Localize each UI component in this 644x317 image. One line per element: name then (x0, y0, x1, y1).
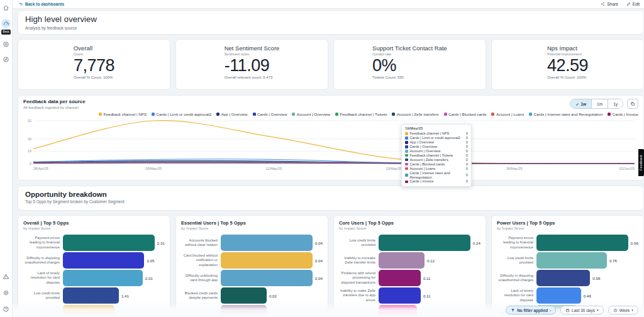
date-range-button[interactable]: Last 30 days ▾ (560, 306, 604, 314)
tooltip-row: Account | Overview0 (405, 149, 468, 153)
legend-item[interactable]: Cards | Interest rates and Renegotiation (529, 112, 602, 116)
back-to-dashboards-link[interactable]: Back to dashboards (19, 2, 64, 6)
top5-card-title: Core Users | Top 5 Opps (339, 220, 480, 226)
clock-icon (613, 308, 618, 313)
edit-label: Edit (633, 2, 640, 6)
calendar-icon (565, 308, 570, 313)
legend-swatch (392, 113, 395, 116)
bar (221, 287, 267, 304)
feedback-chart-card: Feedback data per source All feedback in… (18, 95, 644, 181)
bar-label: Payment errors leading to financial inco… (497, 236, 533, 249)
bar-label: Blocked credit cards despite payments (181, 291, 218, 300)
chart-legend: Feedback channel | NPSCards | Limit or c… (23, 112, 638, 116)
tooltip-row: Cards | Overview0 (405, 145, 468, 149)
sidebar: Beta (0, 0, 13, 317)
bar-label: Difficulty in disputing unauthorized cha… (497, 274, 533, 282)
bar (63, 287, 119, 304)
legend-item[interactable]: Account | Zelle transfers (392, 112, 438, 116)
tooltip-row: Feedback channel | Tickets0 (405, 153, 468, 158)
bar-row: Lack of timely resolution for card dispu… (23, 270, 165, 286)
bar-label: Lack of timely resolution for card dispu… (497, 289, 533, 302)
edit-button[interactable]: Edit (626, 2, 640, 6)
goals-icon[interactable] (2, 40, 10, 48)
alerts-icon[interactable] (2, 272, 10, 281)
legend-swatch (292, 113, 295, 116)
legend-item[interactable]: Cards | Blocked cards (444, 112, 487, 116)
tooltip-row: Feedback channel | NPS0 (405, 131, 468, 136)
copy-icon (630, 101, 635, 106)
bar-row: Difficulty in disputing unauthorized cha… (497, 270, 638, 286)
tooltip-row: App | Overview0 (405, 140, 468, 145)
opportunity-cards-row: Overall | Top 5 Oppsby Impact ScorePayme… (18, 215, 644, 317)
feedback-tab[interactable]: Feedback (638, 149, 644, 176)
bar-value: 0.24 (473, 241, 480, 245)
bar-label: Card blocked without notification or exp… (181, 253, 218, 267)
legend-item[interactable]: App | Overview (216, 112, 247, 116)
top5-card-title: Overall | Top 5 Opps (23, 220, 165, 226)
bar (221, 235, 313, 251)
bar (63, 235, 155, 251)
dashboard-content: High level overview Analysis by feedback… (13, 9, 644, 317)
legend-item[interactable]: Account | Overview (292, 112, 330, 116)
filter-button[interactable]: No filter applied › (506, 306, 556, 314)
bar-value: 1.41 (121, 294, 129, 298)
legend-swatch (529, 113, 532, 116)
bar (536, 287, 581, 304)
bar (221, 252, 313, 269)
legend-swatch (99, 113, 102, 116)
top5-opps-card: Power Users | Top 5 Oppsby Impact ScoreP… (491, 215, 644, 317)
kpi-card: OverallCount7,778Overall % Count: 100% (18, 39, 170, 90)
page-subtitle: Analysis by feedback source (25, 26, 636, 30)
range-1m-button[interactable]: 1m (591, 99, 608, 108)
opportunity-header-card: Opportunity breakdown Top 5 Opps by Segm… (18, 186, 644, 211)
legend-item[interactable]: Cards | Limit or credit approval2 (152, 112, 211, 116)
kpi-title: Support Ticket Contact Rate (372, 45, 447, 52)
bar-row: Difficulty in disputing unauthorized cha… (23, 252, 165, 269)
legend-item[interactable]: Feedback channel | NPS (99, 112, 147, 116)
bar (63, 252, 144, 269)
legend-item[interactable]: Account | Loans (491, 112, 524, 116)
home-icon[interactable] (2, 4, 10, 12)
chevron-down-icon: ▾ (597, 308, 599, 312)
svg-text:02/Jun/25: 02/Jun/25 (619, 167, 635, 170)
svg-text:30: 30 (28, 137, 31, 141)
range-1w-button[interactable]: ✓1w (570, 99, 591, 108)
pencil-icon (626, 2, 631, 6)
share-button[interactable]: Share (601, 2, 618, 6)
bar-value: 0.02 (269, 294, 277, 298)
bar-label: Inability to increase Zelle transfer lim… (339, 256, 375, 265)
beta-badge: Beta (1, 30, 11, 35)
top5-card-subtitle: by Impact Score (181, 226, 323, 230)
funnel-icon (511, 308, 515, 313)
bar (536, 235, 628, 251)
svg-text:15: 15 (28, 149, 31, 153)
bar-label: Difficulty unblocking card through app (181, 274, 218, 282)
share-icon (601, 2, 605, 6)
tooltip-row: Cards | Blocked cards0 (405, 162, 468, 167)
line-chart-plot[interactable]: 015305228/Apr/2505/May/2512/May/2519/May… (23, 118, 638, 174)
explore-icon[interactable] (2, 55, 10, 64)
legend-item[interactable]: Cards | Invoice (608, 112, 638, 116)
bar-row: Inability to make Zelle transfers due to… (339, 287, 480, 304)
top5-card-subtitle: by Impact Score (23, 226, 165, 230)
copy-chart-button[interactable] (627, 99, 638, 109)
bar-value: 0.48 (584, 294, 591, 298)
bar-label: Payment errors leading to financial inco… (23, 236, 60, 249)
topbar: Back to dashboards Share Edit (13, 0, 644, 9)
help-icon[interactable] (2, 305, 10, 313)
tooltip-row: Account | Zelle transfers0 (405, 158, 468, 162)
range-1y-button[interactable]: 1y (608, 99, 623, 108)
chevron-right-icon: › (550, 308, 551, 312)
legend-item[interactable]: Feedback channel | Tickets (335, 112, 387, 116)
bar-row: Low credit limits provided0.76 (497, 252, 638, 269)
settings-icon[interactable] (2, 289, 10, 297)
kpi-card: Nps ImpactPotential improvement42.59Over… (491, 39, 644, 90)
legend-item[interactable]: Cards | Overview (253, 112, 287, 116)
line-series (33, 121, 635, 164)
bar (379, 252, 425, 269)
chart-tooltip: 19/May/25 Feedback channel | NPS0Cards |… (401, 124, 472, 187)
kpi-row: OverallCount7,778Overall % Count: 100%Ne… (18, 39, 644, 90)
granularity-button[interactable]: Week ▾ (608, 306, 638, 314)
dashboards-icon[interactable] (1, 19, 11, 28)
bar-row: Problems with refund processing for disp… (339, 270, 480, 286)
